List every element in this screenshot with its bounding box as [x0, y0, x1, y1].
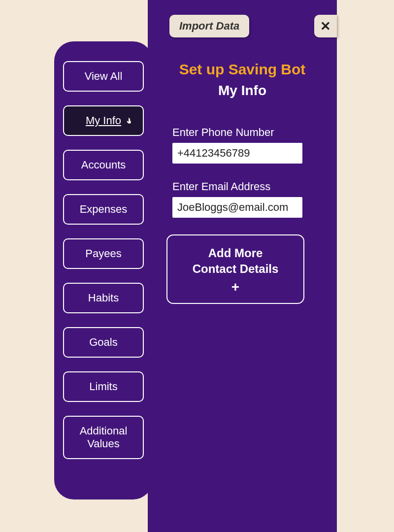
- close-button[interactable]: ✕: [314, 15, 337, 37]
- phone-group: Enter Phone Number: [164, 126, 320, 164]
- sidebar-item-view-all[interactable]: View All: [63, 61, 144, 92]
- sidebar-item-label: Payees: [85, 247, 121, 260]
- plus-icon: +: [173, 279, 297, 295]
- sidebar-item-label: Accounts: [81, 159, 126, 171]
- sidebar-item-additional-values[interactable]: Additional Values: [63, 416, 144, 459]
- sidebar-item-label: Expenses: [80, 203, 128, 215]
- sidebar-item-payees[interactable]: Payees: [63, 238, 144, 269]
- sidebar-item-label: Limits: [89, 380, 117, 393]
- email-group: Enter Email Address: [164, 180, 320, 218]
- sidebar-item-habits[interactable]: Habits: [63, 283, 144, 313]
- sidebar-item-expenses[interactable]: Expenses: [63, 194, 144, 225]
- import-label: Import Data: [179, 20, 239, 32]
- phone-input[interactable]: [172, 143, 302, 164]
- email-label: Enter Email Address: [172, 180, 320, 193]
- pointer-cursor-icon: [125, 115, 134, 126]
- content: Set up Saving Bot My Info Enter Phone Nu…: [148, 47, 337, 304]
- add-more-line1: Add More: [173, 245, 297, 261]
- top-bar: Import Data ✕: [148, 0, 337, 47]
- sidebar-item-accounts[interactable]: Accounts: [63, 150, 144, 180]
- close-icon: ✕: [320, 19, 331, 34]
- sidebar-item-goals[interactable]: Goals: [63, 327, 144, 358]
- sidebar-item-label: My Info: [86, 114, 121, 127]
- sidebar-item-label: Additional Values: [80, 425, 128, 450]
- sidebar-item-limits[interactable]: Limits: [63, 371, 144, 402]
- sidebar-item-label: Habits: [88, 292, 119, 304]
- sidebar-item-label: View All: [85, 70, 123, 82]
- import-data-button[interactable]: Import Data: [169, 15, 249, 37]
- page-subtitle: My Info: [164, 83, 320, 99]
- sidebar-item-label: Goals: [89, 336, 117, 348]
- phone-label: Enter Phone Number: [172, 126, 320, 139]
- add-more-contact-button[interactable]: Add More Contact Details +: [166, 234, 304, 304]
- sidebar-item-my-info[interactable]: My Info: [63, 105, 144, 136]
- sidebar: View All My Info Accounts Expenses Payee…: [54, 41, 153, 499]
- email-input[interactable]: [172, 197, 302, 218]
- add-more-line2: Contact Details: [173, 261, 297, 277]
- page-title: Set up Saving Bot: [164, 61, 320, 78]
- main-panel: Import Data ✕ Set up Saving Bot My Info …: [148, 0, 337, 532]
